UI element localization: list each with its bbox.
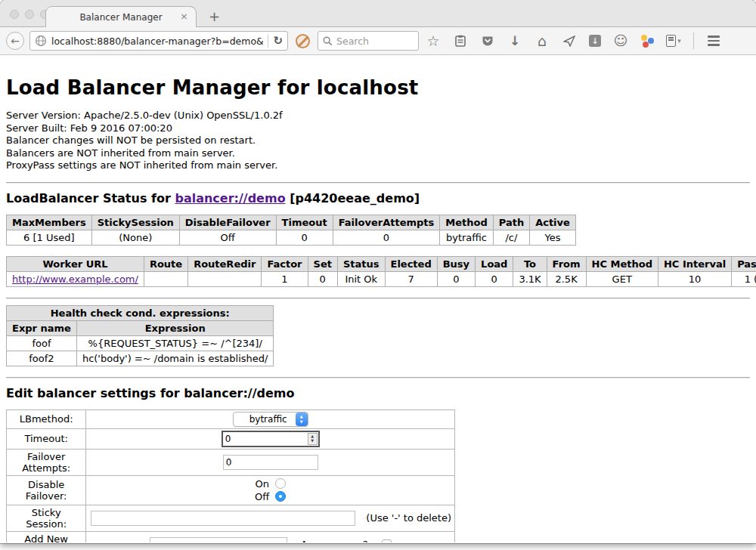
- are-you-sure-checkbox[interactable]: [382, 539, 392, 542]
- col-from: From: [547, 256, 586, 271]
- balancer-demo-link[interactable]: balancer://demo: [175, 191, 285, 205]
- timeout-label: Timeout:: [7, 428, 86, 449]
- save-to-device-icon[interactable]: ↓: [589, 35, 601, 47]
- lbmethod-label: LBmethod:: [7, 409, 86, 428]
- off-radio[interactable]: [275, 491, 286, 502]
- select-stepper-icon: ▲▼: [296, 412, 308, 426]
- add-worker-input[interactable]: [150, 537, 287, 543]
- sticky-session-row: Sticky Session: (Use '-' to delete): [7, 505, 455, 531]
- col-method: Method: [440, 215, 493, 230]
- menu-hamburger-icon[interactable]: [706, 33, 721, 48]
- number-stepper-icon[interactable]: ▲▼: [308, 433, 318, 445]
- col-routeredir: RouteRedir: [188, 256, 262, 271]
- disable-failover-label: Disable Failover:: [7, 475, 86, 505]
- col-to: To: [513, 256, 547, 271]
- timeout-row: Timeout: ▲▼: [7, 428, 455, 449]
- add-worker-row: Add New Worker: Are you sure?: [7, 531, 455, 542]
- server-version-line: Server Version: Apache/2.5.0-dev (Unix) …: [6, 110, 750, 122]
- col-hc-interval: HC Interval: [658, 256, 731, 271]
- reload-icon[interactable]: ↻: [273, 34, 284, 48]
- server-info: Server Version: Apache/2.5.0-dev (Unix) …: [6, 110, 750, 172]
- extension-dots-icon[interactable]: [640, 34, 654, 48]
- lbmethod-select[interactable]: bytraffic ▲▼: [233, 412, 308, 427]
- worker-table: Worker URL Route RouteRedir Factor Set S…: [6, 256, 756, 287]
- persist-note-line: Balancer changes will NOT be persisted o…: [6, 134, 750, 147]
- back-button[interactable]: ←: [6, 32, 24, 50]
- bookmark-star-icon[interactable]: ☆: [426, 33, 441, 48]
- table-row: foof2 hc('body') =~ /domain is establish…: [7, 351, 274, 366]
- lbmethod-row: LBmethod: bytraffic ▲▼: [7, 409, 455, 428]
- send-tab-icon[interactable]: [562, 33, 577, 48]
- col-passes: Passes: [732, 256, 756, 271]
- tab-title: Balancer Manager: [79, 12, 162, 23]
- col-path: Path: [493, 215, 529, 230]
- worker-url-link[interactable]: http://www.example.com/: [12, 273, 138, 285]
- tab-balancer-manager[interactable]: Balancer Manager ×: [45, 6, 197, 27]
- search-input[interactable]: [336, 36, 404, 47]
- loadbalancer-status-heading: LoadBalancer Status for balancer://demo …: [6, 191, 750, 205]
- col-worker-url: Worker URL: [7, 256, 144, 271]
- failover-attempts-input[interactable]: [223, 455, 318, 470]
- failover-attempts-row: Failover Attempts:: [7, 449, 455, 475]
- table-row: 6 [1 Used] (None) Off 0 0 bytraffic /c/ …: [7, 230, 576, 245]
- col-status: Status: [337, 256, 385, 271]
- inherit-note-line: Balancers are NOT inherited from main se…: [6, 147, 750, 160]
- are-you-sure-label: Are you sure?: [301, 539, 368, 542]
- tiles-grid-icon[interactable]: [733, 33, 748, 48]
- server-built-line: Server Built: Feb 9 2016 07:00:20: [6, 122, 750, 135]
- page-content: Load Balancer Manager for localhost Serv…: [0, 55, 756, 542]
- content-blocker-icon[interactable]: [296, 34, 310, 48]
- site-identity-globe-icon[interactable]: [35, 35, 47, 47]
- divider: [6, 182, 750, 184]
- add-worker-label: Add New Worker:: [7, 531, 86, 542]
- browser-tab-bar: Balancer Manager × +: [0, 0, 756, 27]
- balancer-summary-table: MaxMembers StickySession DisableFailover…: [6, 215, 576, 246]
- disable-failover-row: Disable Failover: On Off: [7, 475, 455, 505]
- col-factor: Factor: [262, 256, 308, 271]
- close-window-button[interactable]: [10, 10, 19, 19]
- reading-list-icon[interactable]: [453, 33, 468, 48]
- new-tab-button[interactable]: +: [209, 10, 220, 23]
- tab-close-icon[interactable]: ×: [180, 11, 188, 22]
- col-hc-method: HC Method: [586, 256, 658, 271]
- table-header-row: Health check cond. expressions:: [7, 305, 274, 320]
- divider: [6, 298, 750, 299]
- home-icon[interactable]: ⌂: [534, 33, 550, 48]
- url-bar[interactable]: localhost:8880/balancer-manager?b=demo&n…: [29, 31, 288, 51]
- col-expression: Expression: [76, 320, 274, 335]
- search-bar[interactable]: [318, 31, 419, 51]
- off-radio-label: Off: [255, 490, 269, 503]
- pocket-icon[interactable]: [480, 33, 495, 48]
- status-heading-suffix: [p4420eeae_demo]: [286, 191, 420, 205]
- status-heading-prefix: LoadBalancer Status for: [6, 191, 175, 205]
- toolbar-icons: ☆ ↓ ⌂ ↓ ☺ ▾: [424, 32, 750, 49]
- timeout-input-wrap: ▲▼: [222, 431, 320, 447]
- sticky-session-input[interactable]: [91, 511, 355, 526]
- col-active: Active: [530, 215, 576, 230]
- health-check-table: Health check cond. expressions: Expr nam…: [6, 305, 274, 366]
- feedback-smiley-icon[interactable]: ☺: [613, 33, 628, 48]
- col-set: Set: [308, 256, 337, 271]
- window-controls[interactable]: [10, 10, 49, 19]
- col-elected: Elected: [385, 256, 437, 271]
- col-timeout: Timeout: [276, 215, 333, 230]
- balancer-settings-form: LBmethod: bytraffic ▲▼ Timeout: ▲▼: [6, 409, 455, 543]
- on-radio-label: On: [255, 477, 268, 490]
- minimize-window-button[interactable]: [25, 10, 34, 19]
- divider: [6, 377, 750, 379]
- col-maxmembers: MaxMembers: [7, 215, 92, 230]
- containers-icon[interactable]: ▾: [666, 33, 681, 48]
- lbmethod-selected-value: bytraffic: [241, 414, 296, 425]
- on-radio[interactable]: [275, 478, 286, 489]
- table-header-row: Worker URL Route RouteRedir Factor Set S…: [7, 256, 756, 271]
- browser-window: Balancer Manager × + ← localhost:8880/ba…: [0, 0, 756, 543]
- proxypass-note-line: ProxyPass settings are NOT inherited fro…: [6, 159, 750, 172]
- timeout-input[interactable]: [225, 434, 308, 444]
- worker-row: http://www.example.com/ 1 0 Init Ok 7 0 …: [7, 271, 756, 286]
- url-text[interactable]: localhost:8880/balancer-manager?b=demo&n…: [51, 36, 263, 47]
- url-divider: [268, 34, 268, 48]
- page-title: Load Balancer Manager for localhost: [6, 76, 750, 99]
- col-stickysession: StickySession: [91, 215, 179, 230]
- downloads-icon[interactable]: ↓: [507, 33, 522, 48]
- col-route: Route: [144, 256, 187, 271]
